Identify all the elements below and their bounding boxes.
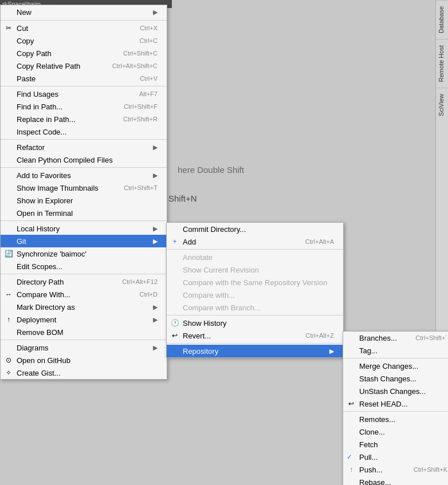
menu-item-create-gist[interactable]: ✧ Create Gist... — [1, 366, 167, 379]
menu-item-revert-label: Revert... — [183, 332, 211, 340]
menu-item-paste[interactable]: Paste Ctrl+V — [1, 72, 167, 85]
menu-item-repository[interactable]: Repository ▶ — [167, 345, 343, 357]
push-icon: ↑ — [347, 465, 356, 474]
menu-item-copy[interactable]: Copy Ctrl+C — [1, 34, 167, 47]
menu-item-show-revision[interactable]: Show Current Revision — [167, 263, 343, 276]
menu-item-clone[interactable]: Clone... — [343, 425, 448, 438]
find-path-shortcut: Ctrl+Shift+F — [124, 103, 158, 110]
menu-item-refactor[interactable]: Refactor ▶ — [1, 141, 167, 153]
menu-item-merge-changes[interactable]: Merge Changes... — [343, 360, 448, 372]
menu-item-show-history-label: Show History — [183, 319, 227, 328]
menu-item-commit-dir-label: Commit Directory... — [183, 225, 246, 234]
menu-item-reset-head[interactable]: ↩ Reset HEAD... — [343, 397, 448, 410]
context-menu-1: New ▶ ✂ Cut Ctrl+X Copy Ctrl+C Copy Path… — [0, 5, 167, 380]
menu-item-show-explorer[interactable]: Show in Explorer — [1, 194, 167, 207]
menu-item-diagrams[interactable]: Diagrams ▶ — [1, 341, 167, 354]
menu-item-clean-python-label: Clean Python Compiled Files — [17, 156, 113, 164]
menu-item-local-history-label: Local History — [17, 224, 60, 233]
copy-shortcut: Ctrl+C — [140, 37, 158, 44]
menu-item-remotes[interactable]: Remotes... — [343, 413, 448, 425]
menu-item-show-image[interactable]: Show Image Thumbnails Ctrl+Shift+T — [1, 182, 167, 194]
menu-item-annotate[interactable]: Annotate — [167, 251, 343, 263]
menu-item-synchronize[interactable]: 🔄 Synchronize 'baimoc' — [1, 247, 167, 260]
menu-item-pull[interactable]: ✓ Pull... — [343, 451, 448, 463]
divider — [167, 343, 343, 344]
menu-item-unstash[interactable]: UnStash Changes... — [343, 385, 448, 397]
menu-item-show-image-label: Show Image Thumbnails — [17, 184, 99, 192]
cut-icon: ✂ — [4, 23, 13, 33]
menu-item-new-label: New — [17, 8, 32, 17]
menu-item-inspect[interactable]: Inspect Code... — [1, 125, 167, 138]
divider — [167, 249, 343, 250]
menu-item-cut[interactable]: ✂ Cut Ctrl+X — [1, 22, 167, 34]
menu-item-find-usages[interactable]: Find Usages Alt+F7 — [1, 88, 167, 100]
menu-item-add[interactable]: + Add Ctrl+Alt+A — [167, 235, 343, 248]
shift-n-hint: Shift+N — [168, 194, 197, 203]
sidebar-tab-remote-host[interactable]: Remote Host — [436, 39, 448, 88]
context-menu-3-repository: Branches... Ctrl+Shift+` Tag... Merge Ch… — [343, 331, 448, 485]
menu-item-compare-same[interactable]: Compare with the Same Repository Version — [167, 276, 343, 289]
menu-item-commit-dir[interactable]: Commit Directory... — [167, 223, 343, 235]
replace-shortcut: Ctrl+Shift+R — [123, 116, 158, 123]
menu-item-branches[interactable]: Branches... Ctrl+Shift+` — [343, 332, 448, 344]
menu-item-compare-with2[interactable]: Compare with... — [167, 289, 343, 301]
menu-item-compare-branch-label: Compare with Branch... — [183, 303, 261, 312]
menu-item-pull-label: Pull... — [359, 453, 378, 462]
menu-item-revert[interactable]: ↩ Revert... Ctrl+Alt+Z — [167, 329, 343, 342]
new-arrow-icon: ▶ — [153, 9, 158, 16]
repository-arrow-icon: ▶ — [329, 348, 334, 355]
menu-item-replace[interactable]: Replace in Path... Ctrl+Shift+R — [1, 113, 167, 125]
menu-item-new[interactable]: New ▶ — [1, 5, 167, 19]
menu-item-copy-label: Copy — [17, 37, 34, 45]
menu-item-rebase[interactable]: Rebase... — [343, 476, 448, 485]
menu-item-tag[interactable]: Tag... — [343, 344, 448, 357]
menu-item-show-revision-label: Show Current Revision — [183, 266, 259, 274]
copy-icon — [4, 36, 13, 45]
menu-item-compare-branch[interactable]: Compare with Branch... — [167, 301, 343, 314]
menu-item-branches-label: Branches... — [359, 334, 397, 342]
gist-icon: ✧ — [4, 368, 13, 377]
menu-item-tag-label: Tag... — [359, 346, 378, 355]
menu-item-deployment-label: Deployment — [17, 316, 56, 324]
menu-item-directory-path[interactable]: Directory Path Ctrl+Alt+F12 — [1, 275, 167, 288]
menu-item-stash[interactable]: Stash Changes... — [343, 372, 448, 385]
menu-item-fetch[interactable]: Fetch — [343, 438, 448, 451]
menu-item-push-label: Push... — [359, 466, 382, 474]
menu-item-copy-path[interactable]: Copy Path Ctrl+Shift+C — [1, 47, 167, 60]
menu-item-clean-python[interactable]: Clean Python Compiled Files — [1, 153, 167, 166]
menu-item-push[interactable]: ↑ Push... Ctrl+Shift+K — [343, 463, 448, 476]
deployment-arrow-icon: ▶ — [153, 316, 158, 324]
diagrams-arrow-icon: ▶ — [153, 344, 158, 352]
menu-item-open-github[interactable]: ⊙ Open on GitHub — [1, 354, 167, 366]
menu-item-deployment[interactable]: ↑ Deployment ▶ — [1, 313, 167, 326]
menu-item-edit-scopes[interactable]: Edit Scopes... — [1, 260, 167, 273]
menu-item-local-history[interactable]: Local History ▶ — [1, 222, 167, 235]
menu-item-git[interactable]: Git ▶ — [1, 235, 167, 247]
double-shift-hint: here Double Shift — [178, 165, 244, 175]
paste-icon — [4, 74, 13, 83]
compare-with-shortcut: Ctrl+D — [140, 291, 158, 298]
menu-item-mark-directory-label: Mark Directory as — [17, 303, 75, 311]
menu-item-remove-bom[interactable]: Remove BOM — [1, 326, 167, 338]
menu-item-clone-label: Clone... — [359, 428, 385, 436]
menu-item-reset-head-label: Reset HEAD... — [359, 400, 408, 408]
menu-item-create-gist-label: Create Gist... — [17, 369, 61, 377]
menu-item-merge-changes-label: Merge Changes... — [359, 362, 418, 370]
menu-item-edit-scopes-label: Edit Scopes... — [17, 262, 62, 271]
menu-item-show-history[interactable]: 🕐 Show History — [167, 317, 343, 329]
revert-shortcut: Ctrl+Alt+Z — [305, 332, 334, 339]
menu-item-fetch-label: Fetch — [359, 440, 378, 449]
sidebar-tab-sciview[interactable]: SciView — [436, 88, 448, 122]
divider — [343, 358, 448, 358]
menu-item-mark-directory[interactable]: Mark Directory as ▶ — [1, 301, 167, 313]
menu-item-show-explorer-label: Show in Explorer — [17, 196, 73, 205]
revert-icon: ↩ — [170, 331, 179, 340]
menu-item-find-path[interactable]: Find in Path... Ctrl+Shift+F — [1, 100, 167, 113]
menu-item-copy-rel[interactable]: Copy Relative Path Ctrl+Alt+Shift+C — [1, 60, 167, 72]
menu-item-compare-with2-label: Compare with... — [183, 291, 235, 299]
sidebar-tab-database[interactable]: Database — [436, 0, 448, 39]
menu-item-open-terminal[interactable]: Open in Terminal — [1, 207, 167, 219]
menu-item-compare-with[interactable]: ↔ Compare With... Ctrl+D — [1, 288, 167, 301]
menu-item-add-favorites[interactable]: Add to Favorites ▶ — [1, 169, 167, 182]
menu-item-rebase-label: Rebase... — [359, 478, 391, 486]
